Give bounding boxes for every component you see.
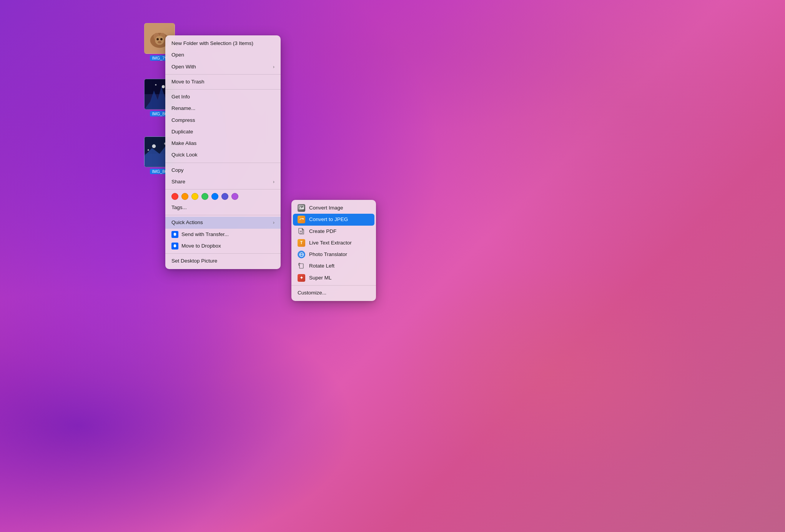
submenu-label-photo-translator: Photo Translator [309, 251, 347, 258]
context-menu: New Folder with Selection (3 Items) Open… [165, 35, 281, 269]
svg-point-29 [302, 218, 303, 219]
svg-point-7 [158, 41, 161, 43]
submenu-label-rotate-left: Rotate Left [309, 262, 334, 270]
menu-label-copy: Copy [171, 166, 184, 174]
menu-item-duplicate[interactable]: Duplicate [165, 126, 281, 138]
menu-label-quick-actions: Quick Actions [171, 219, 203, 226]
menu-item-open-with[interactable]: Open With › [165, 61, 281, 73]
menu-label-make-alias: Make Alias [171, 140, 196, 147]
menu-label-open-with: Open With [171, 63, 196, 71]
menu-label-send-transfer: Send with Transfer... [181, 231, 229, 238]
tag-dot-green[interactable] [201, 193, 208, 200]
submenu-customize[interactable]: Customize... [291, 287, 376, 299]
convert-image-icon [298, 204, 305, 212]
submenu-label-create-pdf: Create PDF [309, 228, 336, 235]
menu-item-move-trash[interactable]: Move to Trash [165, 76, 281, 88]
menu-label-move-dropbox: Move to Dropbox [181, 242, 221, 250]
move-dropbox-left: Move to Dropbox [171, 242, 221, 250]
tag-dot-blue[interactable] [211, 193, 218, 200]
submenu-label-live-text: Live Text Extractor [309, 239, 352, 247]
menu-item-new-folder[interactable]: New Folder with Selection (3 Items) [165, 38, 281, 49]
menu-item-quick-actions[interactable]: Quick Actions › [165, 217, 281, 228]
svg-point-17 [152, 145, 156, 148]
submenu-item-rotate-left[interactable]: Rotate Left [291, 260, 376, 272]
submenu-label-convert-image: Convert Image [309, 204, 343, 212]
menu-label-share: Share [171, 178, 185, 186]
tag-dot-yellow[interactable] [191, 193, 198, 200]
menu-item-send-transfer[interactable]: Send with Transfer... [165, 229, 281, 240]
tag-dot-purple[interactable] [221, 193, 228, 200]
menu-item-quick-look[interactable]: Quick Look [165, 149, 281, 161]
dropbox-icon-move [171, 243, 178, 249]
menu-label-duplicate: Duplicate [171, 128, 193, 136]
submenu-label-super-ml: Super ML [309, 274, 332, 282]
menu-item-compress[interactable]: Compress [165, 115, 281, 126]
rotate-left-icon [298, 262, 305, 270]
photo-translator-icon [298, 251, 305, 258]
separator-6 [165, 253, 281, 254]
svg-point-6 [160, 38, 163, 40]
quick-actions-chevron: › [273, 219, 274, 226]
open-with-chevron: › [273, 63, 274, 70]
svg-point-19 [148, 149, 149, 151]
menu-label-new-folder: New Folder with Selection (3 Items) [171, 40, 253, 47]
menu-item-rename[interactable]: Rename... [165, 103, 281, 114]
menu-item-get-info[interactable]: Get Info [165, 91, 281, 103]
super-ml-icon: ✦ [298, 274, 305, 282]
tags-row [165, 191, 281, 202]
dropbox-icon-transfer [171, 231, 178, 238]
live-text-icon: T [298, 239, 305, 247]
svg-point-11 [162, 85, 165, 88]
menu-label-compress: Compress [171, 116, 195, 124]
svg-rect-36 [299, 264, 303, 268]
desktop-background [0, 0, 785, 532]
svg-point-4 [155, 36, 164, 45]
submenu-item-convert-jpeg[interactable]: Convert to JPEG [293, 214, 374, 225]
menu-label-rename: Rename... [171, 105, 195, 112]
menu-label-move-trash: Move to Trash [171, 78, 205, 86]
submenu-label-convert-jpeg: Convert to JPEG [309, 216, 348, 223]
convert-jpeg-icon [298, 216, 305, 223]
menu-label-set-desktop: Set Desktop Picture [171, 257, 217, 265]
submenu-item-photo-translator[interactable]: Photo Translator [291, 249, 376, 260]
separator-4 [165, 189, 281, 190]
separator-2 [165, 89, 281, 90]
menu-item-tags[interactable]: Tags... [165, 202, 281, 213]
tag-dot-violet[interactable] [231, 193, 238, 200]
menu-label-open: Open [171, 51, 184, 59]
svg-point-12 [155, 84, 156, 86]
menu-item-set-desktop[interactable]: Set Desktop Picture [165, 255, 281, 267]
submenu-separator [291, 285, 376, 286]
separator-1 [165, 74, 281, 75]
menu-item-share[interactable]: Share › [165, 176, 281, 188]
submenu-item-convert-image[interactable]: Convert Image [291, 202, 376, 214]
tag-dot-orange[interactable] [181, 193, 188, 200]
menu-item-copy[interactable]: Copy [165, 165, 281, 176]
share-chevron: › [273, 178, 274, 185]
separator-5 [165, 215, 281, 215]
separator-3 [165, 163, 281, 163]
menu-item-open[interactable]: Open [165, 49, 281, 61]
menu-item-move-dropbox[interactable]: Move to Dropbox [165, 240, 281, 252]
menu-item-make-alias[interactable]: Make Alias [165, 138, 281, 149]
menu-label-tags: Tags... [171, 204, 187, 211]
menu-label-quick-look: Quick Look [171, 151, 198, 159]
tag-dot-red[interactable] [171, 193, 178, 200]
submenu-item-live-text[interactable]: T Live Text Extractor [291, 237, 376, 249]
pdf-icon [298, 228, 305, 235]
send-transfer-left: Send with Transfer... [171, 231, 229, 238]
menu-label-get-info: Get Info [171, 93, 190, 101]
svg-point-5 [156, 38, 159, 40]
submenu-item-create-pdf[interactable]: Create PDF [291, 226, 376, 237]
submenu-quick-actions: Convert Image Convert to JPEG Create PDF… [291, 200, 376, 301]
submenu-item-super-ml[interactable]: ✦ Super ML [291, 272, 376, 284]
